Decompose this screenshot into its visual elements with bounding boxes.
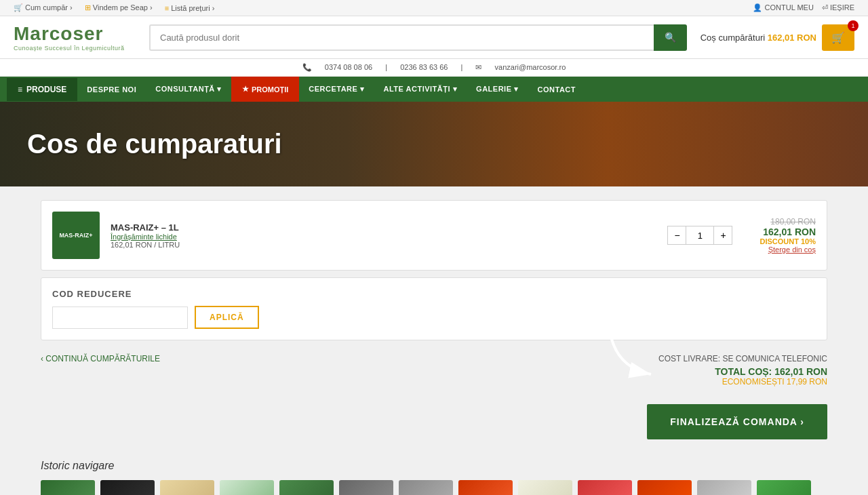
history-item[interactable] — [518, 480, 572, 495]
history-section: Istoric navigare — [41, 460, 827, 495]
total-value: 162,01 RON — [774, 366, 827, 377]
savings-label: ECONOMISEȘTI 17,99 RON — [658, 377, 827, 387]
coupon-input[interactable] — [52, 306, 188, 329]
history-item[interactable] — [637, 480, 692, 495]
cart-area: Coș cumpărături 162,01 RON 🛒 1 — [701, 24, 854, 51]
cart-badge: 1 — [848, 20, 859, 31]
cart-item-price-unit: 162,01 RON / LITRU — [111, 241, 640, 249]
original-price: 180,00 RON — [760, 217, 816, 226]
cart-item-image: MAS-RAIZ+ — [52, 212, 100, 259]
search-area: 🔍 — [149, 24, 687, 51]
nav-item-contact[interactable]: CONTACT — [528, 77, 585, 102]
nav-item-despre-noi[interactable]: DESPRE NOI — [77, 77, 146, 102]
history-items — [41, 480, 827, 495]
cart-item-details: MAS-RAIZ+ – 1L Îngrășăminte lichide 162,… — [111, 222, 640, 249]
qty-increase-button[interactable]: + — [713, 226, 732, 245]
cart-item: MAS-RAIZ+ MAS-RAIZ+ – 1L Îngrășăminte li… — [41, 200, 827, 271]
summary-section: ‹ CONTINUĂ CUMPĂRĂTURILE COST LIVRARE: S… — [41, 347, 827, 393]
top-bar-left: 🛒 Cum cumpăr › ⊞ Vindem pe Seap › ≡ List… — [14, 3, 214, 12]
cart-icon: 🛒 — [14, 3, 23, 12]
history-item[interactable] — [339, 480, 393, 495]
history-item[interactable] — [160, 480, 214, 495]
final-price: 162,01 RON — [760, 226, 816, 237]
nav-item-consultanta[interactable]: CONSULTANȚĂ ▾ — [146, 77, 231, 102]
history-item[interactable] — [757, 480, 811, 495]
history-item[interactable] — [220, 480, 274, 495]
logo-area[interactable]: Marcoser Cunoaște Succesul în Legumicult… — [14, 23, 136, 52]
history-item[interactable] — [399, 480, 453, 495]
nav-item-cercetare[interactable]: CERCETARE ▾ — [299, 77, 374, 102]
contul-meu-link[interactable]: 👤 CONTUL MEU — [753, 3, 813, 12]
history-item[interactable] — [41, 480, 95, 495]
qty-input[interactable] — [686, 226, 713, 245]
contact-email: vanzari@marcosor.ro — [495, 63, 566, 71]
arrow-indicator — [604, 327, 671, 383]
search-button[interactable]: 🔍 — [654, 24, 687, 51]
header: Marcoser Cunoaște Succesul în Legumicult… — [0, 16, 868, 59]
nav-items: DESPRE NOI CONSULTANȚĂ ▾ PROMOȚII CERCET… — [77, 77, 861, 102]
history-item[interactable] — [697, 480, 751, 495]
contact-bar: 📞 0374 08 08 06 | 0236 83 63 66 | ✉ vanz… — [0, 59, 868, 77]
top-bar: 🛒 Cum cumpăr › ⊞ Vindem pe Seap › ≡ List… — [0, 0, 868, 16]
cart-label: Coș cumpărături 162,01 RON — [701, 33, 816, 43]
nav-item-galerie[interactable]: GALERIE ▾ — [467, 77, 528, 102]
summary-right: COST LIVRARE: SE COMUNICA TELEFONIC TOTA… — [658, 354, 827, 387]
history-item[interactable] — [458, 480, 513, 495]
history-item[interactable] — [100, 480, 155, 495]
cart-price: 162,01 RON — [768, 33, 816, 43]
main-content: MAS-RAIZ+ MAS-RAIZ+ – 1L Îngrășăminte li… — [27, 186, 841, 495]
logo-name: Marcoser — [14, 23, 136, 45]
nav-item-alte-activitati[interactable]: ALTE ACTIVITĂȚI ▾ — [374, 77, 467, 102]
lista-preturi-link[interactable]: ≡ Listă prețuri › — [165, 4, 215, 12]
history-item[interactable] — [279, 480, 334, 495]
cum-cumpar-link[interactable]: 🛒 Cum cumpăr › — [14, 3, 73, 12]
cart-button[interactable]: 🛒 1 — [822, 24, 854, 51]
chevron-down-icon: ▾ — [217, 85, 222, 93]
iesire-link[interactable]: ⏎ IEȘIRE — [822, 3, 854, 12]
remove-from-cart-link[interactable]: Șterge din coș — [760, 245, 816, 254]
total-label: TOTAL COȘ: 162,01 RON — [658, 366, 827, 377]
phone1: 0374 08 08 06 — [325, 63, 372, 71]
top-bar-right: 👤 CONTUL MEU ⏎ IEȘIRE — [753, 3, 854, 12]
cart-item-pricing: 180,00 RON 162,01 RON DISCOUNT 10% Șterg… — [760, 217, 816, 254]
history-item[interactable] — [578, 480, 632, 495]
coupon-row: APLICĂ — [52, 306, 816, 329]
exit-icon: ⏎ — [822, 3, 828, 12]
hero-banner: Cos de cumparaturi — [0, 102, 868, 186]
search-input[interactable] — [149, 24, 654, 51]
page-title: Cos de cumparaturi — [27, 129, 841, 159]
chevron-down-icon: ▾ — [453, 85, 458, 93]
checkout-btn-wrapper: FINALIZEAZĂ COMANDA › — [41, 404, 827, 439]
coupon-apply-button[interactable]: APLICĂ — [195, 306, 259, 329]
shipping-label: COST LIVRARE: SE COMUNICA TELEFONIC — [658, 354, 827, 363]
history-title: Istoric navigare — [41, 460, 827, 472]
coupon-title: COD REDUCERE — [52, 289, 816, 299]
vindem-seap-link[interactable]: ⊞ Vindem pe Seap › — [85, 3, 153, 12]
cart-qty-control: − + — [667, 226, 732, 245]
chevron-down-icon: ▾ — [360, 85, 365, 93]
nav-item-promotii[interactable]: PROMOȚII — [231, 77, 299, 102]
list-icon: ≡ — [165, 4, 169, 12]
chevron-down-icon: ▾ — [514, 85, 519, 93]
qty-decrease-button[interactable]: − — [667, 226, 686, 245]
phone2: 0236 83 63 66 — [400, 63, 448, 71]
email-icon: ✉ — [475, 63, 481, 71]
user-icon: 👤 — [753, 3, 762, 12]
grid-icon: ⊞ — [85, 3, 91, 12]
nav-products-button[interactable]: ≡ PRODUSE — [7, 78, 77, 101]
cart-item-category[interactable]: Îngrășăminte lichide — [111, 233, 640, 241]
logo-tagline: Cunoaște Succesul în Legumicultură — [14, 45, 136, 52]
menu-icon: ≡ — [18, 85, 22, 94]
checkout-button[interactable]: FINALIZEAZĂ COMANDA › — [647, 404, 827, 439]
phone-icon: 📞 — [302, 63, 312, 71]
cart-item-name: MAS-RAIZ+ – 1L — [111, 222, 640, 233]
discount-badge: DISCOUNT 10% — [760, 237, 816, 245]
continue-shopping-link[interactable]: ‹ CONTINUĂ CUMPĂRĂTURILE — [41, 354, 160, 363]
coupon-section: COD REDUCERE APLICĂ — [41, 277, 827, 340]
summary-checkout-wrapper: ‹ CONTINUĂ CUMPĂRĂTURILE COST LIVRARE: S… — [41, 347, 827, 439]
nav-bar: ≡ PRODUSE DESPRE NOI CONSULTANȚĂ ▾ PROMO… — [0, 77, 868, 102]
